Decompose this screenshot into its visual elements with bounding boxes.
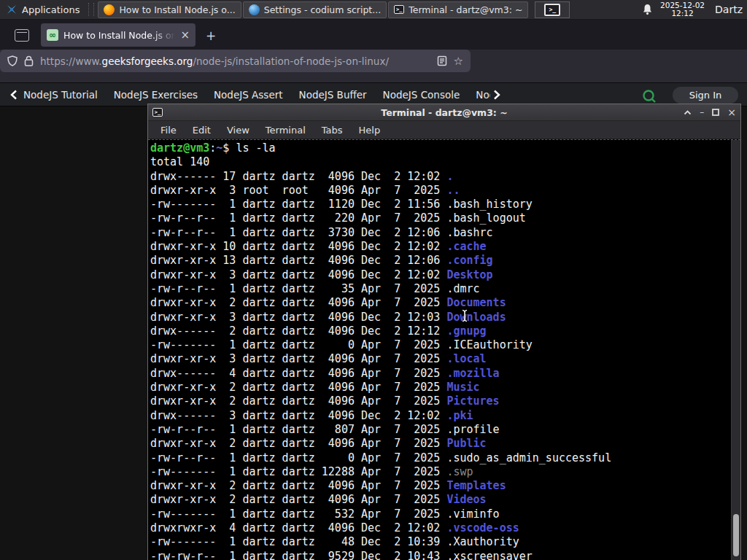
terminal-line: drwxr-xr-x 3 dartz dartz 4096 Dec 2 12:0… xyxy=(150,268,731,282)
site-nav-link[interactable]: NodeJS Assert xyxy=(214,89,283,101)
reader-mode-icon[interactable] xyxy=(437,55,447,66)
lock-icon[interactable] xyxy=(24,55,34,66)
tab-close-icon[interactable]: × xyxy=(180,28,190,42)
file-name: .gnupg xyxy=(446,324,486,338)
user-menu[interactable]: Dartz xyxy=(712,4,743,15)
file-attrs: -rw------- 1 dartz dartz 1120 Dec 2 11:5… xyxy=(150,198,446,211)
terminal-menu-terminal[interactable]: Terminal xyxy=(258,125,314,136)
terminal-line: -rw-r--r-- 1 dartz dartz 0 Apr 7 2025 .s… xyxy=(150,451,731,465)
file-attrs: drwxr-xr-x 2 dartz dartz 4096 Apr 7 2025 xyxy=(150,296,446,309)
terminal-maximize-button[interactable] xyxy=(712,109,719,116)
site-nav-link[interactable]: NodeJS Crypto xyxy=(476,89,490,101)
terminal-scrollbar-thumb[interactable] xyxy=(733,514,739,556)
file-attrs: drwxr-xr-x 2 dartz dartz 4096 Apr 7 2025 xyxy=(150,479,446,492)
file-name: Pictures xyxy=(446,394,499,408)
applications-menu-button[interactable]: Applications xyxy=(0,0,85,19)
taskbar-button[interactable]: How to Install Node.js o... xyxy=(98,1,241,18)
prompt-line: dartz@vm3:~$ ls -la xyxy=(150,141,731,155)
taskbar-button-label: How to Install Node.js o... xyxy=(119,4,235,15)
file-attrs: drwx------ 17 dartz dartz 4096 Dec 2 12:… xyxy=(150,170,446,183)
terminal-line: -rw-r--r-- 1 dartz dartz 35 Apr 7 2025 .… xyxy=(150,282,731,296)
firefox-view-icon[interactable] xyxy=(15,29,29,42)
file-attrs: drwxr-xr-x 2 dartz dartz 4096 Apr 7 2025 xyxy=(150,381,446,394)
taskbar-button-label: Terminal - dartz@vm3: ~ xyxy=(409,4,522,15)
terminal-line: drwxr-xr-x 3 dartz dartz 4096 Apr 7 2025… xyxy=(150,352,731,366)
file-attrs: -rw-r--r-- 1 dartz dartz 35 Apr 7 2025 xyxy=(150,282,446,295)
panel-separator xyxy=(88,3,94,16)
taskbar-button[interactable]: Settings - codium script... xyxy=(243,1,387,18)
codium-icon xyxy=(249,4,260,15)
terminal-titlebar[interactable]: >_ Terminal - dartz@vm3: ~ – × xyxy=(148,104,740,121)
terminal-line: -rw------- 1 dartz dartz 1120 Dec 2 11:5… xyxy=(150,198,731,211)
terminal-scrollbar[interactable] xyxy=(731,140,740,560)
url-bar[interactable]: https://www.geeksforgeeks.org/node-js/in… xyxy=(0,50,471,72)
distro-logo-icon xyxy=(6,4,18,15)
bookmark-star-icon[interactable]: ☆ xyxy=(454,55,463,68)
panel-clock[interactable]: 2025-12-02 12:12 xyxy=(660,1,705,18)
file-name: Music xyxy=(446,381,479,394)
tracking-shield-icon[interactable] xyxy=(7,55,18,66)
terminal-line: drwxr-xr-x 2 dartz dartz 4096 Apr 7 2025… xyxy=(150,381,731,394)
terminal-line: drwx------ 17 dartz dartz 4096 Dec 2 12:… xyxy=(150,170,731,184)
file-attrs: -rw-r--r-- 1 dartz dartz 220 Apr 7 2025 xyxy=(150,211,446,225)
terminal-minimize-button[interactable]: – xyxy=(700,108,704,117)
terminal-line: drwxr-xr-x 2 dartz dartz 4096 Apr 7 2025… xyxy=(150,479,731,493)
sign-in-button[interactable]: Sign In xyxy=(673,87,738,104)
file-attrs: -rw------- 1 dartz dartz 0 Apr 7 2025 xyxy=(150,338,446,351)
terminal-menu-tabs[interactable]: Tabs xyxy=(314,125,351,136)
nav-scroll-left-icon[interactable] xyxy=(10,90,18,100)
workspace-terminal-icon: >_ xyxy=(544,4,560,16)
new-tab-button[interactable]: + xyxy=(206,28,216,43)
terminal-close-button[interactable]: × xyxy=(727,108,736,117)
file-name: .Xauthority xyxy=(446,535,519,548)
terminal-content[interactable]: dartz@vm3:~$ ls -la total 140 drwx------… xyxy=(148,139,740,560)
terminal-menu-edit[interactable]: Edit xyxy=(185,125,219,136)
terminal-menu-help[interactable]: Help xyxy=(351,125,389,136)
file-name: .vscode-oss xyxy=(446,521,519,534)
file-name: .bash_logout xyxy=(446,211,525,225)
site-nav-link[interactable]: NodeJS Buffer xyxy=(299,89,367,101)
taskbar-button[interactable]: >_Terminal - dartz@vm3: ~ xyxy=(388,1,528,18)
browser-toolbar: ← → https://www.geeksforgeeks.org/node-j… xyxy=(0,50,747,83)
site-nav-links: NodeJS TutorialNodeJS ExercisesNodeJS As… xyxy=(23,89,490,101)
terminal-menu-view[interactable]: View xyxy=(219,125,258,136)
browser-tab-active[interactable]: ∞ How to Install Node.js on × xyxy=(41,23,196,47)
site-nav-link[interactable]: NodeJS Exercises xyxy=(114,89,198,101)
file-name: . xyxy=(446,170,453,183)
file-name: .bashrc xyxy=(446,226,492,239)
terminal-line: -rw------- 1 dartz dartz 532 Apr 7 2025 … xyxy=(150,508,731,521)
url-text[interactable]: https://www.geeksforgeeks.org/node-js/in… xyxy=(40,55,430,67)
terminal-icon: >_ xyxy=(394,5,404,14)
terminal-menu-file[interactable]: File xyxy=(152,125,185,136)
file-attrs: -rw------- 1 dartz dartz 48 Dec 2 10:39 xyxy=(150,535,446,548)
file-name: .viminfo xyxy=(446,508,499,521)
file-attrs: drwx------ 3 dartz dartz 4096 Dec 2 12:0… xyxy=(150,409,446,422)
notification-bell-icon[interactable] xyxy=(642,4,653,15)
firefox-icon xyxy=(104,4,115,15)
file-attrs: drwx------ 2 dartz dartz 4096 Dec 2 12:1… xyxy=(150,324,446,338)
file-attrs: drwxr-xr-x 2 dartz dartz 4096 Apr 7 2025 xyxy=(150,493,446,506)
search-icon[interactable] xyxy=(642,89,657,104)
file-attrs: drwxr-xr-x 2 dartz dartz 4096 Apr 7 2025 xyxy=(150,394,446,408)
nav-scroll-right-icon[interactable] xyxy=(493,90,500,100)
shade-window-icon[interactable] xyxy=(684,110,692,115)
terminal-menubar: FileEditViewTerminalTabsHelp xyxy=(148,121,740,139)
file-name: Public xyxy=(446,437,486,450)
workspace-pager[interactable]: >_ xyxy=(535,1,570,18)
file-attrs: drwxr-xr-x 10 dartz dartz 4096 Dec 2 12:… xyxy=(150,240,446,253)
terminal-line: -rw-r--r-- 1 dartz dartz 220 Apr 7 2025 … xyxy=(150,211,731,225)
file-name: .cache xyxy=(446,240,486,253)
terminal-line: drwxr-xr-x 13 dartz dartz 4096 Dec 2 12:… xyxy=(150,254,731,268)
file-name: .bash_history xyxy=(446,198,532,211)
file-name: .profile xyxy=(446,423,499,436)
mouse-ibeam-cursor xyxy=(460,309,469,322)
terminal-line: -rw-r--r-- 1 dartz dartz 807 Apr 7 2025 … xyxy=(150,423,731,437)
file-attrs: drwxr-xr-x 13 dartz dartz 4096 Dec 2 12:… xyxy=(150,254,446,267)
file-attrs: drwxr-xr-x 3 dartz dartz 4096 Dec 2 12:0… xyxy=(150,268,446,281)
site-nav-link[interactable]: NodeJS Console xyxy=(383,89,460,101)
tab-title: How to Install Node.js on xyxy=(63,30,175,41)
url-scheme: https://www. xyxy=(40,55,102,67)
prompt-cwd: ~ xyxy=(216,141,222,155)
terminal-line: -rw-r--r-- 1 dartz dartz 3730 Dec 2 12:0… xyxy=(150,226,731,240)
site-nav-link[interactable]: NodeJS Tutorial xyxy=(23,89,98,101)
